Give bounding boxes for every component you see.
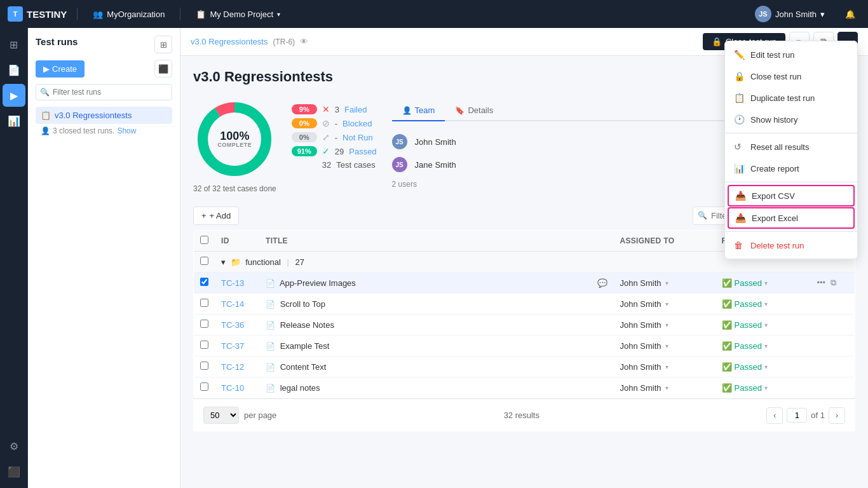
notifications-bell[interactable]: 🔔 <box>840 4 860 24</box>
assigned-dropdown-tc12[interactable]: ▾ <box>665 363 668 370</box>
tab-details[interactable]: 🔖 Details <box>445 100 503 121</box>
eye-icon[interactable]: 👁 <box>300 37 308 46</box>
msg-cell-tc13: 💬 <box>591 273 614 294</box>
breadcrumb-link[interactable]: v3.0 Regressiontests <box>191 37 268 46</box>
row-checkbox-tc13[interactable] <box>200 278 208 286</box>
result-dropdown-tc14[interactable]: ▾ <box>764 301 768 308</box>
sidebar-item-help[interactable]: ⬛ <box>3 460 25 483</box>
result-dropdown-tc13[interactable]: ▾ <box>764 280 768 287</box>
menu-label-close: Close test run <box>750 72 801 81</box>
org-selector[interactable]: 👥 MyOrganization <box>88 7 170 22</box>
reports-icon: 📊 <box>8 115 20 127</box>
menu-item-reset[interactable]: ↺ Reset all results <box>725 136 857 158</box>
result-badge-tc14: Passed <box>735 299 762 309</box>
tab-team[interactable]: 👤 Team <box>392 100 445 121</box>
filter-test-runs-input[interactable] <box>36 84 172 100</box>
tc-link-tc14[interactable]: TC-14 <box>221 299 244 309</box>
page-number-input[interactable] <box>787 408 807 423</box>
row-more-button-tc13[interactable]: ••• <box>817 278 826 287</box>
tc-link-tc13[interactable]: TC-13 <box>221 278 244 288</box>
add-button[interactable]: + + Add <box>193 207 239 225</box>
project-selector[interactable]: 📋 My Demo Project ▾ <box>191 7 285 22</box>
app-logo[interactable]: T TESTINY <box>8 6 67 22</box>
pass-icon-tc14: ✅ <box>722 299 732 309</box>
total-row: 32 Test cases <box>292 160 377 170</box>
next-page-button[interactable]: › <box>829 407 845 424</box>
sidebar-item-settings[interactable]: ⚙ <box>3 435 25 458</box>
assigned-name-tc13: John Smith <box>620 278 661 288</box>
assigned-cell-tc10: John Smith ▾ <box>614 377 715 398</box>
tc-link-tc12[interactable]: TC-12 <box>221 362 244 372</box>
sidebar-item-reports[interactable]: 📊 <box>3 109 25 132</box>
th-assigned: ASSIGNED TO <box>614 231 715 252</box>
import-button[interactable]: ⬛ <box>154 60 172 78</box>
run-item-v30[interactable]: 📋 v3.0 Regressiontests <box>36 107 172 124</box>
show-closed-link[interactable]: Show <box>117 126 136 135</box>
tc-link-tc10[interactable]: TC-10 <box>221 383 244 393</box>
checkbox-cell-tc12 <box>194 356 215 377</box>
result-dropdown-tc10[interactable]: ▾ <box>764 384 768 391</box>
menu-item-export-excel[interactable]: 📥 Export Excel <box>728 207 855 229</box>
user-name: John Smith <box>775 10 817 19</box>
user-menu[interactable]: JS John Smith ▾ <box>750 3 830 25</box>
prev-page-button[interactable]: ‹ <box>766 407 783 424</box>
link-icon-tc13[interactable]: ⧉ <box>831 278 836 287</box>
row-checkbox-tc12[interactable] <box>200 362 208 370</box>
done-text: 32 of 32 test cases done <box>193 184 276 193</box>
create-button[interactable]: ▶ Create <box>36 60 85 78</box>
per-page-select[interactable]: 50 25 100 <box>203 407 239 424</box>
add-label: + Add <box>210 211 231 220</box>
assigned-dropdown-tc14[interactable]: ▾ <box>665 301 668 308</box>
assigned-name-tc14: John Smith <box>620 299 661 309</box>
row-checkbox-tc37[interactable] <box>200 341 208 349</box>
assigned-dropdown-tc10[interactable]: ▾ <box>665 384 668 391</box>
result-dropdown-tc36[interactable]: ▾ <box>764 322 768 329</box>
breadcrumb: v3.0 Regressiontests (TR-6) 👁 <box>191 37 308 46</box>
folder-name-cell: ▾ 📁 functional | 27 <box>215 252 591 273</box>
title-text-tc10: legal notes <box>280 383 320 393</box>
passed-link[interactable]: Passed <box>349 147 376 156</box>
id-cell-tc36: TC-36 <box>215 315 259 336</box>
help-icon: ⬛ <box>8 466 20 478</box>
select-all-checkbox[interactable] <box>200 236 208 244</box>
report-icon: 📊 <box>734 163 744 173</box>
result-dropdown-tc12[interactable]: ▾ <box>764 363 768 370</box>
chevron-icon[interactable]: ▾ <box>221 257 226 267</box>
folder-checkbox[interactable] <box>200 257 208 265</box>
assigned-dropdown-tc37[interactable]: ▾ <box>665 342 668 349</box>
folder-empty-2 <box>614 252 715 273</box>
org-name: MyOrganization <box>107 10 165 19</box>
settings-icon: ⚙ <box>10 440 18 452</box>
menu-label-edit: Edit test run <box>750 50 794 60</box>
blocked-link[interactable]: Blocked <box>342 119 372 128</box>
menu-item-edit[interactable]: ✏️ Edit test run <box>725 44 857 65</box>
menu-item-duplicate[interactable]: 📋 Duplicate test run <box>725 87 857 109</box>
menu-item-history[interactable]: 🕐 Show history <box>725 109 857 130</box>
menu-item-delete[interactable]: 🗑 Delete test run <box>725 234 857 256</box>
comment-icon[interactable]: 💬 <box>597 278 607 288</box>
sidebar-item-testruns[interactable]: ▶ <box>3 84 25 107</box>
menu-item-close[interactable]: 🔒 Close test run <box>725 65 857 87</box>
sidebar-item-testcases[interactable]: 📄 <box>3 58 25 81</box>
logo-icon: T <box>8 6 23 22</box>
menu-item-export-csv[interactable]: 📥 Export CSV <box>728 185 855 207</box>
stat-row-passed: 91% ✓ 29 Passed <box>292 146 377 156</box>
pass-icon-tc37: ✅ <box>722 341 732 351</box>
project-icon: 📋 <box>196 10 206 19</box>
result-dropdown-tc37[interactable]: ▾ <box>764 342 768 349</box>
assigned-dropdown-tc36[interactable]: ▾ <box>665 322 668 329</box>
archive-button[interactable]: ⊞ <box>154 36 172 53</box>
sidebar-item-dashboard[interactable]: ⊞ <box>3 33 25 56</box>
title-cell-tc37: 📄 Example Test <box>259 336 591 356</box>
failed-link[interactable]: Failed <box>344 105 367 114</box>
assigned-dropdown-tc13[interactable]: ▾ <box>665 280 668 287</box>
menu-item-report[interactable]: 📊 Create report <box>725 158 857 179</box>
row-checkbox-tc14[interactable] <box>200 299 208 307</box>
notrun-link[interactable]: Not Run <box>342 133 373 142</box>
assigned-cell-tc37: John Smith ▾ <box>614 336 715 356</box>
tc-link-tc37[interactable]: TC-37 <box>221 341 244 351</box>
donut-chart: 100% COMPLETE <box>193 98 276 180</box>
row-checkbox-tc10[interactable] <box>200 383 208 391</box>
row-checkbox-tc36[interactable] <box>200 320 208 328</box>
tc-link-tc36[interactable]: TC-36 <box>221 320 244 330</box>
